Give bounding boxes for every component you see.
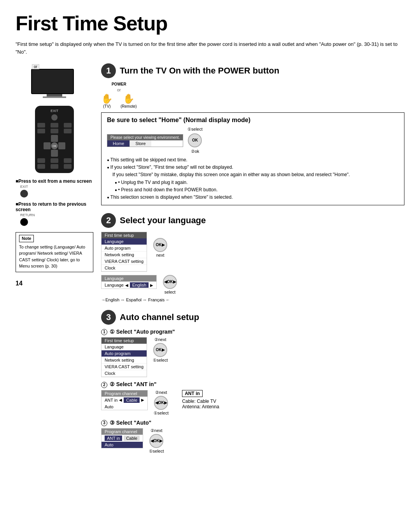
step2-menu-network: Network setting	[102, 252, 147, 258]
bullet-2a: • Unplug the TV and plug it again.	[115, 179, 399, 186]
home-select-msg: Please select your viewing environment.	[107, 135, 183, 140]
cable-val-1: Cable	[124, 397, 140, 403]
remote-btn-10	[37, 164, 45, 169]
note-text: To change setting (Language/ Auto progra…	[19, 244, 90, 269]
step2-menu-language: Language	[102, 238, 147, 245]
step1-number: 1	[101, 63, 116, 78]
step2-block: 2 Select your language First time setup …	[101, 213, 404, 302]
step3-menu-language: Language	[102, 344, 147, 350]
note-title: Note	[19, 235, 34, 242]
lang-label: Language	[105, 283, 124, 287]
tv-base	[43, 96, 66, 98]
dpad-bl	[44, 150, 51, 157]
prog-chan-header-2: Program channel	[102, 429, 143, 435]
home-mode-bullets: This setting will be skipped next time. …	[107, 156, 399, 201]
step2-lang-header: Language	[102, 275, 156, 282]
dpad-ok: OK	[51, 142, 58, 149]
remote-caption: (Remote)	[121, 104, 137, 108]
store-btn: Store	[130, 140, 151, 147]
page-number: 14	[16, 280, 93, 287]
lang-cycle-note: →English ↔ Español ↔ Français ←	[101, 297, 404, 302]
ok-btn-6: ◀OK▶	[149, 434, 163, 448]
step3-menu-network: Network setting	[102, 357, 147, 364]
auto-row-1: Auto	[102, 404, 147, 410]
dpad-tl	[44, 135, 51, 142]
sub2-title: 2 ② Select "ANT in"	[101, 381, 404, 388]
ant-in-desc: Cable: Cable TVAntenna: Antenna	[182, 399, 219, 409]
power-label: POWER	[101, 82, 137, 86]
home-select-box: Please select your viewing environment. …	[107, 134, 183, 147]
ant-in-label: ANT in	[182, 390, 203, 397]
step1-power-section: POWER or ✋ (TV) ✋ (Remote)	[101, 82, 404, 108]
home-mode-box: Be sure to select "Home" (Normal display…	[101, 112, 404, 205]
next-label-3: ②next	[154, 337, 166, 342]
bullet-1: This setting will be skipped next time.	[107, 156, 399, 164]
dpad-right	[58, 142, 65, 149]
step2-menu-viera: VIERA CAST setting	[102, 258, 147, 265]
tv-illustration	[31, 69, 74, 94]
step2-menu: First time setup Language Auto program N…	[101, 232, 147, 272]
exit-button-circle	[20, 190, 28, 198]
step3-menu-clock: Clock	[102, 370, 147, 377]
step2-menu-auto-program: Auto program	[102, 245, 147, 252]
auto-row-2: Auto	[102, 442, 143, 448]
ok-btn-5: ◀OK▶	[154, 396, 168, 410]
select-label-4: ①select	[154, 411, 169, 416]
remote-power-btn	[51, 114, 58, 121]
select-label-3: ①select	[153, 358, 168, 363]
dpad-up	[51, 135, 58, 142]
exit-text: EXIT	[20, 185, 93, 189]
note-box: Note To change setting (Language/ Auto p…	[16, 232, 93, 272]
step3-prog-chan-2: Program channel ANT in Cable Auto	[101, 428, 143, 448]
step2-number: 2	[101, 213, 116, 228]
home-mode-title: Be sure to select "Home" (Normal display…	[107, 117, 399, 124]
remote-btn-2	[51, 123, 58, 128]
bullet-2: If you select "Store", "First time setup…	[107, 164, 399, 194]
power-hand-remote: ✋	[121, 93, 137, 104]
bullet-3: This selection screen is displayed when …	[107, 194, 399, 201]
step2-title: Select your language	[120, 215, 206, 226]
step2-menu-clock: Clock	[102, 265, 147, 271]
remote-btn-6	[64, 129, 72, 133]
step3-menu: First time setup Language Auto program N…	[101, 337, 147, 377]
step3-block: 3 Auto channel setup 1 ① Select "Auto pr…	[101, 310, 404, 454]
power-hand-tv: ✋	[101, 93, 113, 104]
step3-prog-chan-1: Program channel ANT in ◀ Cable ▶ Auto	[101, 390, 148, 410]
remote-btn-12	[64, 164, 72, 169]
step1-title: Turn the TV On with the POWER button	[120, 66, 279, 76]
remote-btn-11	[51, 164, 58, 169]
lang-tri-right: ▶	[150, 283, 153, 287]
remote-btn-3	[64, 123, 72, 128]
remote-btn-1	[37, 123, 45, 128]
press-return-label: ■Press to return to the previous screen	[16, 201, 93, 212]
return-text: RETURN	[20, 213, 93, 217]
ant-label-1: ANT in	[105, 398, 117, 402]
home-btn: Home	[107, 140, 130, 147]
step3-number: 3	[101, 310, 116, 325]
tv-caption: (TV)	[101, 104, 113, 108]
cable-label-2: Cable	[124, 436, 140, 441]
prog-chan-header-1: Program channel	[102, 390, 147, 397]
remote-btn-5	[51, 129, 58, 133]
step2-lang-box: Language Language ◀ English ▶	[101, 275, 157, 289]
remote-control: EXIT OK	[35, 106, 74, 173]
sub3-title: 3 ③ Select "Auto"	[101, 420, 404, 426]
bullet-2b: • Press and hold down the front POWER bu…	[115, 186, 399, 194]
remote-btn-4	[37, 129, 45, 133]
dpad-tr	[58, 135, 65, 142]
dpad-br	[58, 150, 65, 157]
ok-btn-1: OK	[188, 133, 202, 147]
page-title: First Time Setup	[16, 12, 404, 35]
step3-title: Auto channel setup	[120, 312, 199, 322]
or-label: or	[32, 64, 39, 69]
next-label-5: ②next	[150, 428, 163, 433]
ok-btn-4: OK▶	[153, 343, 167, 357]
remote-btn-8	[51, 158, 58, 163]
step3-menu-auto-program: Auto program	[102, 350, 147, 357]
select-label-1: ①select	[187, 127, 203, 132]
step3-menu-header: First time setup	[102, 338, 147, 344]
ant-label-2: ANT in	[105, 436, 122, 441]
power-label-remote: EXIT	[37, 109, 72, 113]
step1-block: 1 Turn the TV On with the POWER button P…	[101, 63, 404, 205]
press-exit-label: ■Press to exit from a menu screen	[16, 178, 93, 184]
